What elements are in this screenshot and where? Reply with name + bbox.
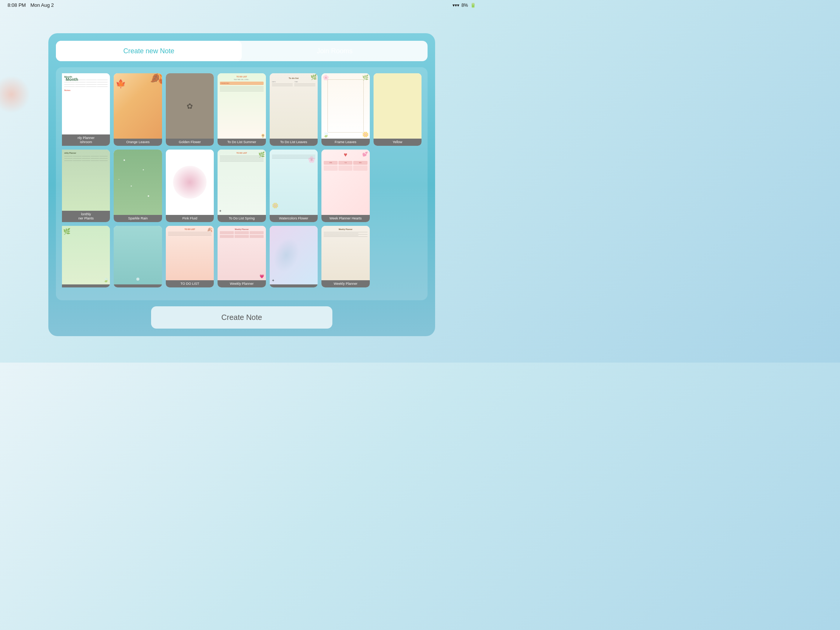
template-empty-1 — [374, 150, 422, 222]
template-label-watercolors-flower: Watercolors Flower — [270, 215, 317, 222]
create-note-modal: Create new Note Join Rooms Month — [48, 33, 435, 336]
template-monthly-plants[interactable]: nthly Planner lonthlyner Plants — [62, 150, 110, 222]
template-sparkle-rain[interactable]: Sparkle Rain — [114, 150, 162, 222]
battery-level: 8% — [461, 3, 468, 8]
template-label-pink-fluid: Pink Fluid — [166, 215, 214, 222]
template-weekly-planner-beige[interactable]: Weekly Planner Weekly Planner — [321, 226, 369, 287]
template-label-todo-leaves: To Do List Leaves — [270, 139, 317, 146]
create-note-button[interactable]: Create Note — [151, 306, 332, 328]
template-label-orange-leaves: Orange Leaves — [114, 139, 162, 146]
status-time: 8:08 PM — [8, 2, 26, 8]
template-label-monthly-plants: lonthlyner Plants — [62, 211, 110, 222]
wifi-icon: ▾▾▾ — [453, 3, 459, 8]
tab-join-rooms[interactable]: Join Rooms — [242, 41, 428, 61]
template-week-planner-hearts[interactable]: ♥ 💕 MON TUE WED — [321, 150, 369, 222]
template-label-teal-gradient — [114, 284, 162, 287]
template-empty-2 — [374, 226, 422, 287]
template-weekly-planner-pink[interactable]: Weekly Planner 💗 — [218, 226, 265, 287]
template-label-yellow: Yellow — [374, 139, 422, 146]
template-golden-flower[interactable]: ✿ Golden Flower — [166, 73, 214, 146]
template-yellow[interactable]: Yellow — [374, 73, 422, 146]
template-watercolor-abstract[interactable]: ✦ — [270, 226, 317, 287]
template-label-weekly-planner-beige: Weekly Planner — [321, 280, 369, 287]
template-label-monthly: nly Plannerishroom — [62, 134, 110, 146]
template-frame-leaves[interactable]: 🌸 🌿 🍃 🌼 Frame Leaves — [321, 73, 369, 146]
template-label-todo-pink: TO DO LIST — [166, 280, 214, 287]
template-orange-leaves[interactable]: 🍂 🍁 Orange Leaves — [114, 73, 162, 146]
template-label-sparkle-rain: Sparkle Rain — [114, 215, 162, 222]
template-monthly-planner-mushroom[interactable]: Month Notes nly Plannerishroom — [62, 73, 110, 146]
template-todo-leaves[interactable]: To do list DATE TIME 🌿 — [270, 73, 317, 146]
template-label-frame-leaves: Frame Leaves — [321, 139, 369, 146]
template-todo-summer[interactable]: TO DO LIST TEA TIME DEL LONG... PRIORITI… — [218, 73, 265, 146]
template-label-todo-summer: To Do List Summer — [218, 139, 265, 146]
template-grid: Month Notes nly Plannerishroom 🍂 — [62, 73, 422, 294]
template-label-week-planner-hearts: Week Planner Hearts — [321, 215, 369, 222]
battery-icon: 🔋 — [470, 3, 476, 8]
template-todo-spring[interactable]: TO DO LIST 🌿 ✦ To Do List Spring — [218, 150, 265, 222]
template-green-plant[interactable]: 🌿 🍃 — [62, 226, 110, 287]
template-watercolors-flower[interactable]: 🌸 🌼 Watercolors Flower — [270, 150, 317, 222]
glow-decoration — [0, 76, 30, 113]
template-grid-container: Month Notes nly Plannerishroom 🍂 — [56, 67, 428, 300]
template-preview-monthly: Month Notes — [62, 73, 110, 134]
tab-create-note[interactable]: Create new Note — [56, 41, 242, 61]
status-date: Mon Aug 2 — [30, 2, 54, 8]
status-left: 8:08 PM Mon Aug 2 — [8, 2, 54, 8]
status-right: ▾▾▾ 8% 🔋 — [453, 3, 476, 8]
status-bar: 8:08 PM Mon Aug 2 ▾▾▾ 8% 🔋 — [0, 0, 483, 10]
template-teal-gradient[interactable] — [114, 226, 162, 287]
template-label-green-plant — [62, 284, 110, 287]
template-label-weekly-planner-pink: Weekly Planner — [218, 280, 265, 287]
template-label-watercolor-abstract — [270, 284, 317, 287]
template-label-todo-spring: To Do List Spring — [218, 215, 265, 222]
template-label-golden-flower: Golden Flower — [166, 139, 214, 146]
tab-bar: Create new Note Join Rooms — [56, 41, 428, 61]
template-pink-fluid[interactable]: Pink Fluid — [166, 150, 214, 222]
template-todo-pink[interactable]: TO DO LIST 🍂 TO DO LIST — [166, 226, 214, 287]
